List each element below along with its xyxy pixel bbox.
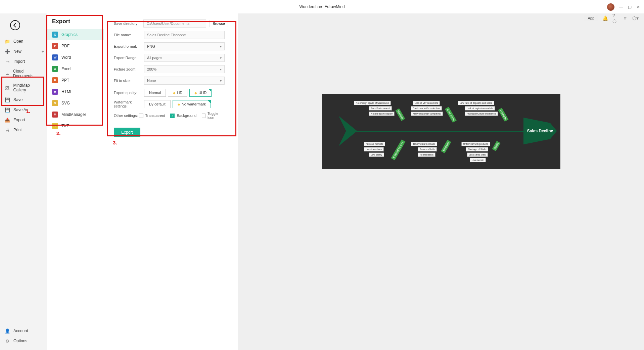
app-chip[interactable]: App (584, 15, 598, 21)
quality-normal[interactable]: Normal (144, 89, 166, 97)
print-icon: 🖨 (5, 127, 10, 133)
format-label: Excel (61, 67, 71, 71)
avatar[interactable] (607, 3, 614, 11)
sidebar-item-label: Options (13, 339, 27, 343)
sidebar-item-gallery[interactable]: 🖼MindMap Gallery (0, 81, 47, 95)
node: Breach of faith (418, 147, 437, 151)
close-icon[interactable]: ✕ (636, 5, 641, 9)
export-range-select[interactable]: All pages (144, 54, 225, 62)
format-pdf[interactable]: PPDF (47, 40, 104, 52)
export-format-select[interactable]: PNG (144, 42, 225, 50)
fish-tail (339, 116, 357, 146)
annotation-num-3: 3. (113, 140, 117, 145)
sidebar-item-label: MindMap Gallery (13, 83, 43, 92)
sidebar-item-label: Open (13, 39, 23, 44)
browse-button[interactable]: Browse (210, 20, 228, 27)
minimize-icon[interactable]: — (618, 5, 623, 9)
sidebar-item-open[interactable]: 📁Open (0, 36, 47, 46)
picture-zoom-select[interactable]: 200% (144, 65, 225, 73)
check-toggle[interactable]: Toggle icon (202, 112, 223, 120)
format-html[interactable]: HHTML (47, 86, 104, 97)
bone-methods: Methods (441, 140, 451, 153)
plus-icon[interactable]: + (41, 49, 44, 54)
diamond-icon: ◆ (178, 102, 180, 106)
format-excel[interactable]: XExcel (47, 63, 104, 75)
sidebar-item-account[interactable]: 👤Account (0, 326, 47, 336)
node: Not attractive display (369, 112, 395, 116)
node: Low morale (470, 158, 486, 162)
sidebar-item-label: Import (13, 59, 25, 64)
word-icon: W (52, 54, 58, 60)
fish-spine (356, 131, 523, 132)
format-graphics[interactable]: GGraphics (47, 29, 104, 40)
arrow-left-icon (12, 23, 18, 28)
node: Low salary (369, 152, 384, 157)
sidebar-item-cloud[interactable]: ☁Cloud Documents (0, 67, 47, 81)
export-icon: 📤 (5, 117, 10, 123)
dropdown-icon[interactable]: ⬡▾ (633, 15, 638, 21)
diamond-icon: ◆ (173, 91, 176, 95)
sidebar-item-saveas[interactable]: 💾Save As (0, 105, 47, 115)
node: Lack incentives (364, 147, 384, 151)
file-name-input[interactable] (144, 31, 225, 39)
mm-icon: M (52, 112, 58, 118)
quality-uhd[interactable]: ◆UHD (189, 89, 212, 97)
fit-select[interactable]: None (144, 77, 225, 85)
export-settings: Save directory: Browse File name: Export… (104, 13, 238, 350)
annotation-num-1: 1. (26, 108, 31, 114)
quality-hd[interactable]: ◆HD (168, 89, 187, 97)
checkbox-icon (139, 114, 143, 118)
sidebar-item-label: Print (13, 128, 22, 132)
format-mindmanager[interactable]: MMindManager (47, 109, 104, 120)
node: Timely data feedback (411, 142, 437, 146)
format-label: MindManager (61, 112, 86, 117)
format-label: Word (61, 55, 71, 60)
format-word[interactable]: WWord (47, 52, 104, 63)
excel-icon: X (52, 66, 58, 72)
node: Customer traffic reduction (411, 106, 442, 111)
bone-markets: Markets (395, 108, 405, 121)
export-button[interactable]: Export (114, 128, 140, 137)
node: Unfamiliar with products (461, 142, 491, 146)
format-ppt[interactable]: PPPT (47, 75, 104, 86)
check-transparent[interactable]: Transparent (139, 114, 165, 118)
format-label: HTML (61, 89, 73, 94)
quality-label: Export quality: (114, 91, 144, 95)
format-label: PPT (61, 78, 69, 83)
pdf-icon: P (52, 43, 58, 49)
html-icon: H (52, 89, 58, 95)
format-label: TXT (61, 124, 69, 128)
sidebar-item-label: Export (13, 118, 25, 122)
sidebar-item-import[interactable]: ⇥Import (0, 56, 47, 67)
save-dir-input[interactable] (143, 19, 206, 28)
sidebar-item-export[interactable]: 📤Export (0, 115, 47, 125)
folder-icon: 📁 (5, 39, 10, 44)
maximize-icon[interactable]: ▢ (627, 5, 632, 9)
watermark-default[interactable]: By default (144, 100, 171, 108)
fishbone-preview: Sales Decline Markets Customers Products… (322, 94, 560, 169)
check-background[interactable]: ✓Background (170, 114, 196, 118)
node: Low ratio of deposits and sales (458, 101, 494, 105)
node: No standards (418, 152, 436, 157)
watermark-none[interactable]: ◆No wartermark (173, 100, 211, 108)
sidebar-item-print[interactable]: 🖨Print (0, 125, 47, 135)
sidebar-item-options[interactable]: ⚙Options (0, 336, 47, 346)
format-svg[interactable]: SSVG (47, 97, 104, 109)
other-label: Other settings: (114, 114, 139, 118)
sidebar-item-new[interactable]: ➕New+ (0, 46, 47, 56)
back-button[interactable] (10, 20, 20, 30)
format-txt[interactable]: TTXT (47, 120, 104, 132)
sidebar-item-label: Save (13, 97, 22, 102)
node: Product structure imbalance (465, 112, 498, 116)
save-dir-label: Save directory: (114, 21, 143, 26)
help-icon[interactable]: ?◌ (612, 15, 618, 21)
fish-head: Sales Decline (523, 118, 557, 144)
sidebar-item-save[interactable]: 💾Save (0, 95, 47, 105)
bell-icon[interactable]: 🔔 (602, 15, 608, 21)
format-label: PDF (61, 44, 70, 48)
graphics-icon: G (52, 32, 58, 38)
bone-staffs: Staffs (492, 141, 500, 151)
node: Lack sales skills (467, 152, 488, 157)
grid-icon[interactable]: ⌗ (623, 15, 628, 21)
bone-external: External factors (391, 140, 405, 161)
